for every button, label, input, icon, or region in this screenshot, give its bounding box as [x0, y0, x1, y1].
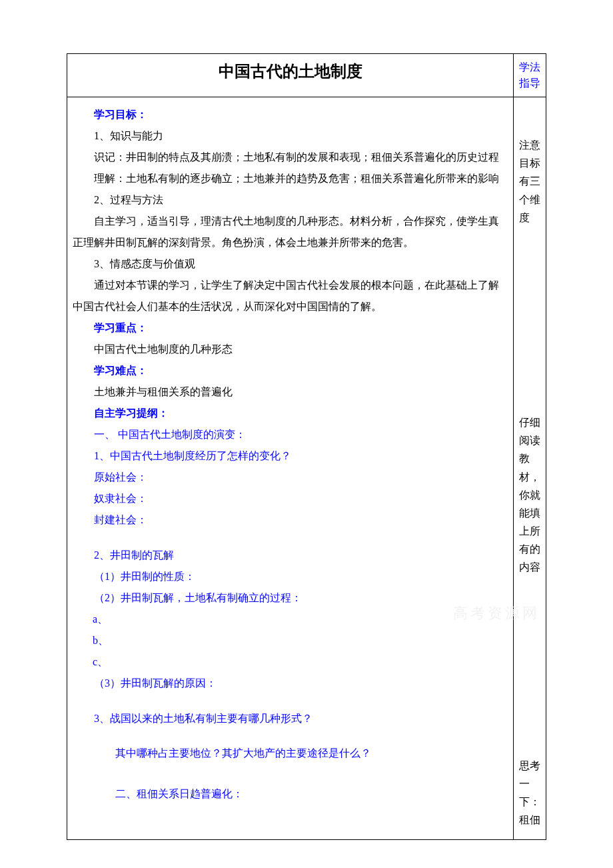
- selfstudy-feudal: 封建社会：: [94, 509, 508, 531]
- selfstudy-q2-1: （1）井田制的性质：: [94, 566, 508, 587]
- document-table: 中国古代的土地制度 学法指导 学习目标： 1、知识与能力 识记：井田制的特点及其…: [67, 53, 546, 840]
- selfstudy-q1: 1、中国古代土地制度经历了怎样的变化？: [94, 445, 508, 467]
- guide-note-3: 思考一下：租佃: [519, 757, 540, 829]
- selfstudy-q2: 2、井田制的瓦解: [94, 545, 508, 566]
- objectives-knowledge-memo: 识记：井田制的特点及其崩溃；土地私有制的发展和表现；租佃关系普遍化的历史过程: [73, 147, 508, 168]
- guide-header-text: 学法指导: [519, 59, 540, 91]
- heading-selfstudy: 自主学习提纲：: [94, 403, 508, 424]
- guide-note-2: 仔细阅读教材，你就能填上所有的内容: [519, 413, 540, 577]
- heading-keypoint: 学习重点：: [94, 317, 508, 339]
- selfstudy-sec1-title: 一、 中国古代土地制度的演变：: [94, 424, 508, 445]
- selfstudy-primitive: 原始社会：: [94, 467, 508, 488]
- guide-header-cell: 学法指导: [514, 54, 546, 97]
- page-title: 中国古代的土地制度: [73, 61, 508, 82]
- spacer: [73, 764, 508, 778]
- selfstudy-b: b、: [93, 630, 508, 651]
- selfstudy-q3b: 其中哪种占主要地位？其扩大地产的主要途径是什么？: [115, 743, 508, 764]
- guide-note-1: 注意目标有三个维度: [519, 136, 540, 227]
- selfstudy-q3: 3、战国以来的土地私有制主要有哪几种形式？: [94, 708, 508, 729]
- spacer: [73, 729, 508, 743]
- selfstudy-q2-2: （2）井田制瓦解，土地私有制确立的过程：: [94, 587, 508, 609]
- objectives-process-title: 2、过程与方法: [94, 189, 508, 211]
- objectives-process-body: 自主学习，适当引导，理清古代土地制度的几种形态。材料分析，合作探究，使学生真正理…: [73, 211, 508, 253]
- difficulty-body: 土地兼并与租佃关系的普遍化: [94, 381, 508, 403]
- main-content-cell: 学习目标： 1、知识与能力 识记：井田制的特点及其崩溃；土地私有制的发展和表现；…: [67, 97, 514, 840]
- objectives-knowledge-understand: 理解：土地私有制的逐步确立；土地兼并的趋势及危害；租佃关系普遍化所带来的影响: [73, 168, 508, 189]
- title-cell: 中国古代的土地制度: [67, 54, 514, 97]
- selfstudy-c: c、: [93, 651, 508, 673]
- selfstudy-slave: 奴隶社会：: [94, 488, 508, 509]
- selfstudy-a: a、: [93, 609, 508, 630]
- spacer: [73, 531, 508, 545]
- heading-objectives: 学习目标：: [94, 104, 508, 125]
- spacer: [73, 694, 508, 708]
- objectives-attitude-title: 3、情感态度与价值观: [94, 253, 508, 275]
- heading-difficulty: 学习难点：: [94, 360, 508, 381]
- guide-notes-cell: 注意目标有三个维度 仔细阅读教材，你就能填上所有的内容 思考一下：租佃: [514, 97, 546, 840]
- objectives-attitude-body: 通过对本节课的学习，让学生了解决定中国古代社会发展的根本问题，在此基础上了解中国…: [73, 275, 508, 317]
- selfstudy-sec2-title: 二、租佃关系日趋普遍化：: [115, 783, 508, 805]
- selfstudy-q2-3: （3）井田制瓦解的原因：: [94, 673, 508, 694]
- spacer: [73, 778, 508, 783]
- keypoint-body: 中国古代土地制度的几种形态: [94, 339, 508, 360]
- objectives-knowledge-title: 1、知识与能力: [94, 125, 508, 147]
